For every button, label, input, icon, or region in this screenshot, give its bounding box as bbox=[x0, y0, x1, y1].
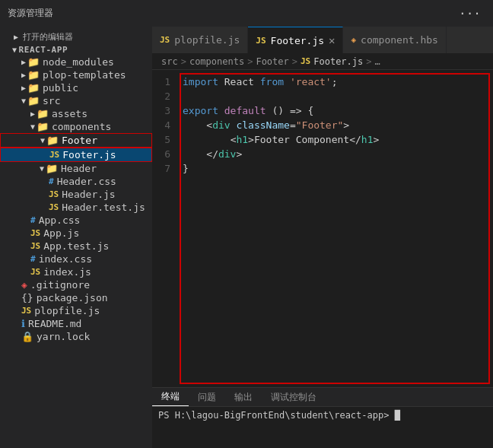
sidebar-item-react-app[interactable]: ▼ REACT-APP bbox=[0, 44, 152, 56]
terminal-tab-bar: 终端 问题 输出 调试控制台 bbox=[152, 388, 493, 407]
js-icon: JS bbox=[21, 306, 31, 316]
folder-icon: 📁 bbox=[37, 121, 49, 132]
code-line-1: 1 import React from 'react'; bbox=[152, 76, 493, 91]
sidebar-item-readme[interactable]: ℹ README.md bbox=[0, 317, 152, 330]
app-container: 资源管理器 ··· ▶ 打开的编辑器 ▼ REACT-APP ▶ 📁 node_… bbox=[0, 0, 493, 448]
js-icon: JS bbox=[256, 36, 266, 46]
sidebar-item-components[interactable]: ▼ 📁 components bbox=[0, 120, 152, 133]
terminal-prompt: PS H:\lagou-BigFrontEnd\student\react-ap… bbox=[158, 410, 400, 421]
sidebar: ▶ 打开的编辑器 ▼ REACT-APP ▶ 📁 node_modules ▶ … bbox=[0, 27, 152, 448]
open-editors-label[interactable]: ▶ 打开的编辑器 bbox=[0, 30, 152, 44]
js-icon: JS bbox=[49, 150, 59, 160]
sidebar-item-package-json[interactable]: {} package.json bbox=[0, 291, 152, 304]
editor-area: JS plopfile.js JS Footer.js ✕ ◈ componen… bbox=[152, 27, 493, 448]
chevron-down-icon: ▼ bbox=[40, 164, 44, 173]
code-line-6: 6 </div> bbox=[152, 148, 493, 163]
js-icon: JS bbox=[301, 56, 310, 66]
top-bar: 资源管理器 ··· bbox=[0, 0, 493, 27]
sidebar-item-header-js[interactable]: JS Header.js bbox=[0, 188, 152, 201]
code-line-2: 2 bbox=[152, 91, 493, 105]
main-area: ▶ 打开的编辑器 ▼ REACT-APP ▶ 📁 node_modules ▶ … bbox=[0, 27, 493, 448]
folder-icon: 📁 bbox=[46, 163, 58, 174]
folder-icon: 📁 bbox=[27, 56, 40, 68]
terminal-content[interactable]: PS H:\lagou-BigFrontEnd\student\react-ap… bbox=[152, 407, 493, 448]
js-icon: JS bbox=[30, 228, 40, 238]
chevron-right-icon: ▶ bbox=[21, 84, 26, 92]
terminal-tab-debug[interactable]: 调试控制台 bbox=[262, 388, 326, 406]
sidebar-item-header-folder[interactable]: ▼ 📁 Header bbox=[0, 162, 152, 175]
chevron-right-icon: ▶ bbox=[30, 110, 35, 118]
tab-plopfile[interactable]: JS plopfile.js bbox=[152, 27, 248, 53]
sidebar-item-app-test-js[interactable]: JS App.test.js bbox=[0, 240, 152, 253]
terminal-tab-problems[interactable]: 问题 bbox=[189, 388, 225, 406]
chevron-down-icon: ▼ bbox=[21, 97, 26, 105]
js-icon: JS bbox=[49, 189, 59, 199]
code-editor[interactable]: 1 import React from 'react'; 2 3 export … bbox=[152, 70, 493, 387]
sidebar-item-index-js[interactable]: JS index.js bbox=[0, 265, 152, 278]
sidebar-item-public[interactable]: ▶ 📁 public bbox=[0, 81, 152, 94]
folder-icon: 📁 bbox=[27, 69, 40, 81]
terminal-panel: 终端 问题 输出 调试控制台 PS H:\lagou-BigFrontEnd\s… bbox=[152, 387, 493, 448]
css-icon: # bbox=[30, 254, 36, 264]
git-icon: ◈ bbox=[21, 279, 27, 291]
tab-bar: JS plopfile.js JS Footer.js ✕ ◈ componen… bbox=[152, 27, 493, 53]
sidebar-item-app-css[interactable]: # App.css bbox=[0, 214, 152, 227]
sidebar-item-header-css[interactable]: # Header.css bbox=[0, 175, 152, 188]
sidebar-item-assets[interactable]: ▶ 📁 assets bbox=[0, 107, 152, 120]
folder-icon: 📁 bbox=[37, 108, 49, 119]
chevron-down-icon: ▼ bbox=[40, 136, 45, 145]
js-icon: JS bbox=[30, 267, 40, 277]
css-icon: # bbox=[49, 176, 54, 186]
info-icon: ℹ bbox=[21, 318, 25, 329]
code-line-3: 3 export default () => { bbox=[152, 105, 493, 119]
chevron-right-icon: ▶ bbox=[14, 33, 18, 41]
css-icon: # bbox=[30, 215, 36, 225]
sidebar-item-yarn-lock[interactable]: 🔒 yarn.lock bbox=[0, 330, 152, 343]
terminal-tab-terminal[interactable]: 终端 bbox=[152, 388, 189, 406]
pkg-icon: {} bbox=[21, 292, 33, 303]
close-icon[interactable]: ✕ bbox=[329, 35, 335, 46]
sidebar-item-footer-js[interactable]: JS Footer.js bbox=[0, 148, 152, 162]
code-line-7: 7 } bbox=[152, 163, 493, 177]
folder-icon: 📁 bbox=[27, 82, 40, 94]
chevron-right-icon: ▶ bbox=[21, 58, 26, 66]
chevron-down-icon: ▼ bbox=[30, 122, 35, 131]
folder-icon: 📁 bbox=[27, 95, 40, 106]
terminal-tab-output[interactable]: 输出 bbox=[225, 388, 262, 406]
sidebar-item-footer-folder[interactable]: ▼ 📁 Footer bbox=[0, 133, 152, 148]
js-icon: JS bbox=[49, 202, 59, 212]
lock-icon: 🔒 bbox=[21, 331, 33, 342]
app-title: 资源管理器 bbox=[0, 0, 122, 27]
tab-component-hbs[interactable]: ◈ component.hbs bbox=[343, 27, 446, 53]
tab-footer[interactable]: JS Footer.js ✕ bbox=[248, 27, 343, 53]
sidebar-item-index-css[interactable]: # index.css bbox=[0, 253, 152, 265]
sidebar-item-plop-templates[interactable]: ▶ 📁 plop-templates bbox=[0, 68, 152, 81]
folder-icon: 📁 bbox=[46, 135, 59, 146]
chevron-right-icon: ▶ bbox=[21, 71, 26, 79]
sidebar-item-header-test-js[interactable]: JS Header.test.js bbox=[0, 201, 152, 214]
js-icon: JS bbox=[30, 241, 40, 251]
sidebar-item-gitignore[interactable]: ◈ .gitignore bbox=[0, 278, 152, 291]
code-line-5: 5 <h1>Footer Component</h1> bbox=[152, 134, 493, 148]
code-line-4: 4 <div className="Footer"> bbox=[152, 119, 493, 134]
sidebar-item-src[interactable]: ▼ 📁 src bbox=[0, 94, 152, 107]
breadcrumb: src > components > Footer > JS Footer.js… bbox=[152, 53, 493, 70]
chevron-down-icon: ▼ bbox=[12, 46, 17, 54]
sidebar-item-plopfile-js[interactable]: JS plopfile.js bbox=[0, 304, 152, 317]
hbs-icon: ◈ bbox=[351, 35, 356, 45]
js-icon: JS bbox=[160, 35, 170, 45]
menu-ellipsis[interactable]: ··· bbox=[453, 0, 487, 27]
sidebar-item-node-modules[interactable]: ▶ 📁 node_modules bbox=[0, 56, 152, 68]
sidebar-item-app-js[interactable]: JS App.js bbox=[0, 227, 152, 240]
